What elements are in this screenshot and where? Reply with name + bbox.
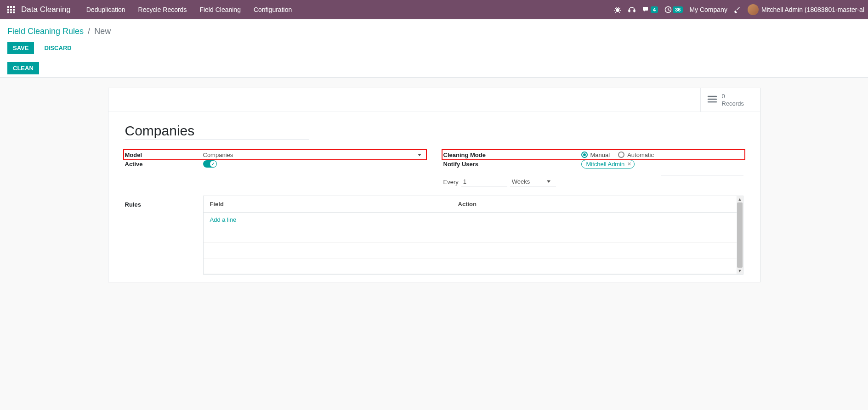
schedule-unit-value: Weeks — [512, 178, 530, 185]
main-menu: Deduplication Recycle Records Field Clea… — [80, 1, 298, 18]
menu-field-cleaning[interactable]: Field Cleaning — [193, 1, 247, 18]
svg-rect-6 — [7, 11, 9, 13]
table-row — [204, 227, 743, 243]
add-line-link[interactable]: Add a line — [204, 213, 243, 226]
apps-grid-icon — [7, 6, 15, 13]
scroll-down-icon[interactable]: ▼ — [738, 268, 742, 274]
records-stat-button[interactable]: 0 Records — [700, 88, 760, 112]
svg-rect-8 — [13, 11, 15, 13]
breadcrumb-separator: / — [88, 27, 90, 36]
tools-icon[interactable] — [734, 6, 741, 13]
svg-point-9 — [616, 8, 619, 12]
record-title-input[interactable]: Companies — [125, 123, 309, 140]
svg-rect-10 — [629, 10, 630, 12]
list-icon — [707, 94, 717, 106]
notify-user-tag[interactable]: Mitchell Admin ✕ — [581, 160, 635, 168]
svg-rect-4 — [10, 9, 12, 11]
chevron-down-icon — [547, 180, 550, 183]
button-box: 0 Records — [108, 88, 760, 112]
scroll-up-icon[interactable]: ▲ — [738, 196, 742, 202]
table-row — [204, 258, 743, 274]
menu-deduplication[interactable]: Deduplication — [80, 1, 132, 18]
discard-button[interactable]: DISCARD — [39, 42, 77, 54]
breadcrumb-current: New — [94, 27, 111, 36]
debug-icon[interactable] — [614, 6, 621, 13]
rules-table: Field Action Add a line ▲ ▼ — [203, 196, 743, 275]
support-icon[interactable] — [628, 6, 636, 14]
rules-label: Rules — [125, 196, 203, 275]
mode-automatic-label: Automatic — [627, 152, 654, 158]
col-action[interactable]: Action — [452, 196, 743, 212]
menu-configuration[interactable]: Configuration — [247, 1, 298, 18]
records-label: Records — [722, 100, 744, 107]
radio-checked-icon — [581, 152, 588, 158]
top-navbar: Data Cleaning Deduplication Recycle Reco… — [0, 0, 868, 19]
mode-manual-label: Manual — [590, 152, 610, 158]
status-bar: CLEAN — [0, 59, 868, 78]
notify-user-name: Mitchell Admin — [586, 161, 625, 168]
scrollbar[interactable]: ▲ ▼ — [737, 196, 743, 274]
close-icon[interactable]: ✕ — [627, 161, 631, 167]
table-row: Add a line — [204, 213, 743, 227]
app-name[interactable]: Data Cleaning — [21, 5, 71, 14]
notify-input-underline[interactable] — [661, 175, 743, 175]
svg-rect-2 — [13, 6, 15, 8]
col-field[interactable]: Field — [204, 196, 452, 212]
schedule-unit-select[interactable]: Weeks — [510, 177, 556, 186]
breadcrumb: Field Cleaning Rules / New — [7, 24, 861, 39]
company-switcher[interactable]: My Company — [689, 6, 727, 13]
schedule-every-label: Every — [443, 179, 459, 185]
model-select[interactable]: Companies — [203, 152, 425, 158]
navbar-right: 4 36 My Company Mitchell Admin (18083801… — [614, 4, 864, 15]
svg-rect-5 — [13, 9, 15, 11]
rules-table-header: Field Action — [204, 196, 743, 213]
model-label: Model — [125, 152, 203, 158]
active-label: Active — [125, 161, 203, 168]
activities-button[interactable]: 36 — [664, 6, 683, 13]
cleaning-mode-label: Cleaning Mode — [443, 152, 581, 158]
menu-recycle-records[interactable]: Recycle Records — [132, 1, 193, 18]
mode-automatic-option[interactable]: Automatic — [618, 152, 654, 158]
clean-button[interactable]: CLEAN — [7, 62, 39, 74]
scroll-thumb[interactable] — [737, 202, 743, 268]
breadcrumb-parent[interactable]: Field Cleaning Rules — [7, 27, 84, 36]
apps-menu-button[interactable] — [4, 3, 18, 16]
user-menu[interactable]: Mitchell Admin (18083801-master-al — [748, 4, 864, 15]
activities-badge: 36 — [673, 6, 683, 13]
records-count: 0 — [722, 93, 744, 100]
notify-users-label: Notify Users — [443, 161, 581, 168]
radio-unchecked-icon — [618, 152, 624, 158]
avatar — [748, 4, 759, 15]
user-name: Mitchell Admin (18083801-master-al — [761, 6, 864, 13]
svg-rect-7 — [10, 11, 12, 13]
chevron-down-icon — [418, 154, 421, 156]
schedule-value-input[interactable]: 1 — [461, 177, 507, 186]
save-button[interactable]: SAVE — [7, 42, 34, 54]
svg-rect-3 — [7, 9, 9, 11]
active-toggle[interactable] — [203, 160, 217, 168]
svg-rect-0 — [7, 6, 9, 8]
discuss-badge: 4 — [651, 6, 658, 13]
discuss-button[interactable]: 4 — [642, 6, 658, 13]
table-row — [204, 243, 743, 258]
model-value: Companies — [203, 152, 233, 158]
form-sheet: 0 Records Companies Model Companies — [108, 88, 760, 282]
control-panel: Field Cleaning Rules / New SAVE DISCARD — [0, 19, 868, 59]
svg-rect-11 — [634, 10, 635, 12]
svg-rect-1 — [10, 6, 12, 8]
mode-manual-option[interactable]: Manual — [581, 152, 610, 158]
